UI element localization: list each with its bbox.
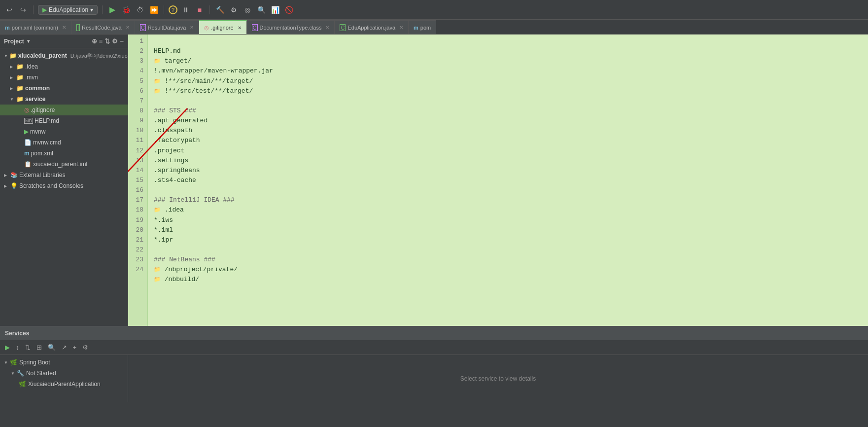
project-sidebar: Project ▾ ⊕ ≡ ⇅ ⚙ − ▼ 📁 xiucaiedu_parent…	[0, 35, 128, 326]
settings-icon[interactable]: ⚙	[112, 37, 118, 45]
tree-scratches[interactable]: ▶ 💡 Scratches and Consoles	[0, 180, 128, 191]
help-btn[interactable]: ?	[169, 5, 177, 14]
run-btn[interactable]: ▶	[107, 4, 118, 15]
group-service-btn[interactable]: ⊞	[35, 343, 44, 352]
arrow-icon: ▶	[18, 151, 23, 156]
line-24: 📁 /nbbuild/	[154, 276, 199, 283]
tab-icon: C	[340, 24, 346, 31]
tab-close-icon[interactable]: ✕	[126, 25, 130, 30]
coverage-btn[interactable]: ⏱	[135, 4, 145, 15]
service-not-started[interactable]: ▼ 🔧 Not Started	[0, 368, 128, 379]
line-22: ### NetBeans ###	[154, 256, 215, 263]
locate-file-icon[interactable]: ⊕	[92, 37, 97, 45]
tab-gitignore[interactable]: ◎ .gitignore ✕	[199, 20, 246, 34]
tab-label: ResultData.java	[148, 25, 186, 31]
services-panel: Services ▶ ↕ ⇅ ⊞ 🔍 ↗ + ⚙ ▼ 🌿 Spring Boot	[0, 326, 868, 402]
tree-mvn[interactable]: ▶ 📁 .mvn	[0, 72, 128, 83]
tab-close-icon[interactable]: ✕	[190, 25, 194, 30]
tab-edu-app[interactable]: C EduApplication.java ✕	[335, 20, 409, 34]
search-service-btn[interactable]: 🔍	[46, 343, 58, 352]
metrics-btn[interactable]: 📊	[270, 4, 280, 15]
sort-service-btn[interactable]: ↕	[14, 343, 21, 352]
settings-gear-icon[interactable]: ⚙	[80, 343, 90, 352]
code-content[interactable]: HELP.md 📁 target/ !.mvn/wrapper/maven-wr…	[148, 35, 868, 326]
tree-idea[interactable]: ▶ 📁 .idea	[0, 61, 128, 72]
line-10: .factorypath	[154, 137, 200, 144]
tab-close-icon[interactable]: ✕	[238, 25, 242, 31]
services-tree: ▼ 🌿 Spring Boot ▼ 🔧 Not Started 🌿 Xiucai…	[0, 355, 128, 402]
tab-doc-type[interactable]: C DocumentationType.class ✕	[247, 20, 335, 34]
services-placeholder: Select service to view details	[460, 375, 536, 382]
run-service-btn[interactable]: ▶	[3, 343, 12, 352]
tree-root[interactable]: ▼ 📁 xiucaiedu_parent D:\java学习\demo2\xiu…	[0, 50, 128, 61]
line-2: 📁 target/	[154, 57, 191, 65]
tree-pom-xml[interactable]: ▶ m pom.xml	[0, 148, 128, 159]
dropdown-icon[interactable]: ▾	[27, 38, 30, 44]
tab-pom-common[interactable]: m pom.xml (common) ✕	[0, 20, 71, 34]
item-label: pom.xml	[31, 150, 53, 157]
xml-icon: m	[24, 150, 30, 157]
item-label: service	[25, 96, 45, 103]
tree-mvnw[interactable]: ▶ ▶ mvnw	[0, 126, 128, 137]
profile-btn[interactable]: ⏩	[148, 4, 159, 15]
pause-btn[interactable]: ⏸	[180, 4, 191, 15]
tree-ext-libs[interactable]: ▶ 📚 External Libraries	[0, 170, 128, 180]
item-label: HELP.md	[35, 117, 59, 124]
tab-icon: m	[414, 25, 418, 31]
tab-result-data[interactable]: C ResultData.java ✕	[135, 20, 200, 34]
redo-btn[interactable]: ↪	[18, 4, 29, 15]
search-btn[interactable]: 🔍	[256, 4, 267, 15]
tree-help-md[interactable]: ▶ MD HELP.md	[0, 115, 128, 126]
tab-pom-more[interactable]: m pom	[409, 20, 436, 34]
settings-btn[interactable]: ⚙	[228, 4, 239, 15]
project-tree: ▼ 📁 xiucaiedu_parent D:\java学习\demo2\xiu…	[0, 48, 128, 326]
add-service-btn[interactable]: +	[71, 343, 79, 352]
tab-label: pom.xml (common)	[12, 25, 58, 31]
service-label: Not Started	[26, 370, 56, 377]
service-spring-boot[interactable]: ▼ 🌿 Spring Boot	[0, 357, 128, 368]
item-label: mvnw	[30, 128, 45, 135]
line-numbers: 12345 678910 1112131415 1617181920 21222…	[128, 35, 148, 326]
tree-common[interactable]: ▶ 📁 common	[0, 83, 128, 94]
project-icon: 📁	[9, 52, 17, 59]
debug-btn[interactable]: 🐞	[121, 4, 132, 15]
line-16: ### IntelliJ IDEA ###	[154, 196, 235, 204]
no-btn[interactable]: 🚫	[283, 4, 294, 15]
editor-content[interactable]: 12345 678910 1112131415 1617181920 21222…	[128, 35, 868, 326]
tab-label: .gitignore	[211, 25, 233, 31]
jump-service-btn[interactable]: ↗	[60, 343, 69, 352]
arrow-icon: ▶	[4, 173, 9, 178]
service-label: Spring Boot	[19, 359, 50, 366]
tab-close-icon[interactable]: ✕	[325, 25, 329, 30]
tab-close-icon[interactable]: ✕	[62, 25, 66, 30]
toolbar-sep-3	[164, 5, 164, 14]
line-20: *.ipr	[154, 236, 173, 244]
run-config-dropdown[interactable]: ▶ EduApplication ▾	[38, 5, 98, 15]
scratch-icon: 💡	[10, 182, 18, 189]
service-app[interactable]: 🌿 XiucaieduParentApplication	[0, 379, 128, 390]
line-13: .springBeans	[154, 167, 200, 174]
arrow-icon: ▶	[18, 130, 23, 134]
filter-service-btn[interactable]: ⇅	[23, 343, 33, 352]
services-content: ▼ 🌿 Spring Boot ▼ 🔧 Not Started 🌿 Xiucai…	[0, 355, 868, 402]
tab-label: DocumentationType.class	[260, 25, 322, 31]
locate-btn[interactable]: ◎	[242, 4, 253, 15]
arrow-icon: ▶	[18, 162, 23, 167]
tree-mvnw-cmd[interactable]: ▶ 📄 mvnw.cmd	[0, 137, 128, 148]
stop-btn[interactable]: ■	[194, 4, 205, 15]
tree-gitignore[interactable]: ▶ ◎ .gitignore	[0, 105, 128, 115]
collapse-all-icon[interactable]: ≡	[99, 37, 103, 45]
undo-btn[interactable]: ↩	[4, 4, 15, 15]
services-main-area: Select service to view details	[128, 355, 868, 402]
tab-result-code[interactable]: I ResultCode.java ✕	[71, 20, 135, 34]
line-1: HELP.md	[154, 47, 181, 55]
minimize-icon[interactable]: −	[120, 37, 124, 45]
arrow-icon: ▼	[10, 97, 15, 102]
tree-service[interactable]: ▼ 📁 service	[0, 94, 128, 105]
tab-label: EduApplication.java	[347, 25, 395, 31]
line-7: ### STS ###	[154, 107, 196, 114]
tab-close-icon[interactable]: ✕	[399, 25, 403, 30]
build-btn[interactable]: 🔨	[214, 4, 225, 15]
tree-iml[interactable]: ▶ 📋 xiucaiedu_parent.iml	[0, 159, 128, 170]
sort-icon[interactable]: ⇅	[104, 37, 110, 45]
